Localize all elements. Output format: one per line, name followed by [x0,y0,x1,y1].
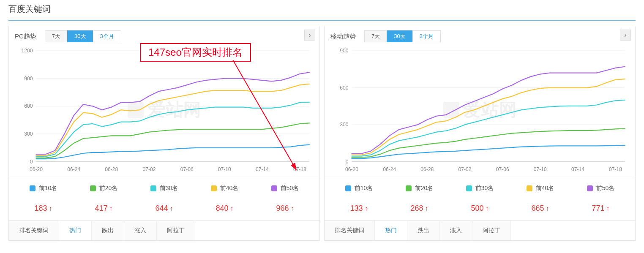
arrow-up-icon: ↑ [230,205,234,212]
arrow-up-icon: ↑ [486,205,489,212]
svg-text:07-02: 07-02 [142,166,156,172]
chart-mobile: 爱站网 030060090006-2006-2406-2807-0207-060… [330,46,629,173]
svg-text:06-24: 06-24 [383,166,396,172]
swatch-icon [345,185,351,191]
range-btn-2[interactable]: 3个月 [93,30,121,42]
legend: 前10名 前20名 前30名 前40名 前50名 [9,176,319,200]
stat-0: 183↑ [34,204,52,213]
tab-2[interactable]: 跌出 [407,221,440,240]
arrow-up-icon: ↑ [291,205,294,212]
legend: 前10名 前20名 前30名 前40名 前50名 [325,176,635,200]
legend-item-0[interactable]: 前10名 [345,185,373,192]
legend-item-3[interactable]: 前40名 [527,185,554,192]
tab-4[interactable]: 阿拉丁 [472,221,511,240]
tabs: 排名关键词热门跌出涨入阿拉丁 [9,220,319,240]
tabs: 排名关键词热门跌出涨入阿拉丁 [325,220,635,240]
range-btn-0[interactable]: 7天 [45,30,68,42]
range-btn-2[interactable]: 3个月 [412,30,441,42]
tab-1[interactable]: 热门 [59,221,92,240]
svg-text:07-14: 07-14 [571,166,584,172]
chart-pc: 爱站网 0300600900120006-2006-2406-2807-0207… [15,46,314,173]
svg-text:900: 900 [340,48,348,54]
stat-1: 268↑ [410,204,428,213]
legend-label: 前50名 [281,185,299,192]
tab-0[interactable]: 排名关键词 [9,221,59,240]
swatch-icon [30,185,35,191]
swatch-icon [527,185,532,191]
next-icon[interactable]: › [304,30,315,41]
stats-row: 183↑417↑644↑840↑966↑ [9,200,319,220]
stat-4: 771↑ [592,204,609,213]
legend-item-4[interactable]: 前50名 [271,185,299,192]
panel-head: 移动趋势 7天30天3个月 › [325,26,635,46]
range-btn-1[interactable]: 30天 [67,30,93,42]
svg-text:07-06: 07-06 [180,166,194,172]
panel-pc: PC趋势 7天30天3个月 › 爱站网 0300600900120006-200… [8,26,320,241]
svg-text:07-18: 07-18 [293,166,306,172]
range-seg: 7天30天3个月 [45,30,121,42]
legend-item-2[interactable]: 前30名 [466,185,494,192]
annotation-box: 147seo官网实时排名 [140,43,251,62]
legend-item-1[interactable]: 前20名 [90,185,118,192]
swatch-icon [90,185,96,191]
swatch-icon [587,185,593,191]
legend-label: 前30名 [475,185,494,192]
legend-item-0[interactable]: 前10名 [30,185,57,192]
legend-item-4[interactable]: 前50名 [587,185,615,192]
stats-row: 133↑268↑500↑665↑771↑ [325,200,635,220]
legend-item-2[interactable]: 前30名 [150,185,178,192]
next-icon[interactable]: › [620,30,631,41]
svg-text:06-24: 06-24 [67,166,80,172]
svg-text:300: 300 [24,131,33,137]
legend-label: 前40名 [536,185,554,192]
arrow-up-icon: ↑ [546,205,549,212]
swatch-icon [150,185,156,191]
legend-label: 前50名 [596,185,615,192]
legend-label: 前30名 [160,185,178,192]
stat-2: 500↑ [471,204,488,213]
tab-3[interactable]: 涨入 [440,221,472,240]
panel-mobile: 移动趋势 7天30天3个月 › 爱站网 030060090006-2006-24… [324,26,636,241]
svg-text:07-10: 07-10 [534,166,547,172]
legend-label: 前10名 [39,185,57,192]
legend-label: 前20名 [99,185,118,192]
swatch-icon [271,185,277,191]
svg-text:600: 600 [24,103,33,109]
svg-text:06-20: 06-20 [30,166,43,172]
tab-0[interactable]: 排名关键词 [325,221,375,240]
legend-label: 前40名 [220,185,239,192]
legend-label: 前20名 [415,185,434,192]
range-btn-0[interactable]: 7天 [364,30,387,42]
stat-2: 644↑ [155,204,173,213]
arrow-up-icon: ↑ [425,205,428,212]
svg-text:0: 0 [346,159,349,165]
tab-1[interactable]: 热门 [375,221,407,240]
stat-3: 665↑ [531,204,549,213]
legend-item-1[interactable]: 前20名 [406,185,434,192]
stat-0: 133↑ [350,204,368,213]
swatch-icon [211,185,217,191]
range-seg: 7天30天3个月 [364,30,441,42]
swatch-icon [466,185,472,191]
range-btn-1[interactable]: 30天 [387,30,412,42]
divider [8,20,636,21]
svg-text:900: 900 [24,76,33,82]
tab-4[interactable]: 阿拉丁 [157,221,195,240]
svg-text:07-02: 07-02 [458,166,471,172]
legend-label: 前10名 [355,185,373,192]
panel-title-pc: PC趋势 [15,33,36,41]
svg-text:07-10: 07-10 [218,166,231,172]
legend-item-3[interactable]: 前40名 [211,185,239,192]
svg-text:0: 0 [30,159,33,165]
chart-wrap: 爱站网 030060090006-2006-2406-2807-0207-060… [325,46,635,176]
tab-2[interactable]: 跌出 [92,221,124,240]
arrow-up-icon: ↑ [365,205,368,212]
stat-4: 966↑ [276,204,294,213]
svg-text:06-28: 06-28 [420,166,434,172]
swatch-icon [406,185,412,191]
svg-text:300: 300 [340,122,348,128]
tab-3[interactable]: 涨入 [124,221,157,240]
svg-text:06-28: 06-28 [105,166,118,172]
svg-text:600: 600 [340,85,348,91]
panel-title-mobile: 移动趋势 [330,33,356,41]
